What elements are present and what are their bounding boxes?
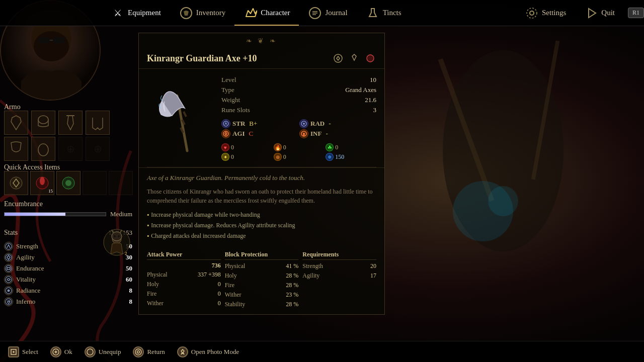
tincts-icon	[366, 6, 380, 20]
nav-character[interactable]: Character	[234, 0, 299, 26]
item-info-icon[interactable]	[348, 52, 360, 64]
armor-slot-3[interactable]	[58, 111, 83, 135]
svg-point-25	[40, 177, 45, 185]
armor-slot-7[interactable]: ⊕	[58, 137, 83, 161]
rad-grade: -	[329, 120, 331, 128]
frost-value: 150	[335, 153, 344, 161]
frost-icon: ❄	[326, 153, 334, 161]
inventory-icon	[179, 6, 193, 20]
stat-radiance: Radiance 8	[4, 285, 132, 296]
stats-label: Stats	[4, 229, 18, 237]
item-mark-icon[interactable]	[364, 52, 376, 64]
ap-wither-value: 0	[218, 300, 221, 307]
vitality-value: 60	[126, 276, 132, 284]
nav-inventory[interactable]: Inventory	[170, 0, 234, 26]
nav-right: Settings Quit R1	[516, 6, 644, 20]
nav-settings[interactable]: Settings	[516, 6, 575, 20]
perk-text-2: Increase physical damage. Reduces Agilit…	[151, 221, 295, 230]
item-panel: Kinrangr Guardian Axe +10	[138, 33, 385, 315]
attack-power-header: Attack Power	[147, 251, 221, 260]
item-stats-area: Level 10 Type Grand Axes Weight 21.6 Run…	[217, 75, 376, 161]
item-perk-2: ▪ Increase physical damage. Reduces Agil…	[147, 221, 376, 230]
quick-slot-4[interactable]	[83, 171, 107, 195]
perk-bullet-1: ▪	[147, 210, 149, 219]
encumbrance-section: Encumbrance Medium	[4, 200, 132, 218]
ap-holy-value: 0	[218, 281, 221, 288]
nav-equipment[interactable]: ⚔ Equipment	[0, 0, 170, 26]
unequip-button[interactable]: Unequip	[85, 346, 121, 357]
req-strength-value: 20	[370, 262, 376, 270]
ok-button[interactable]: Ok	[50, 346, 72, 357]
bp-stability-label: Stability	[225, 301, 246, 308]
scaling-inf: INF -	[299, 129, 376, 138]
return-label: Return	[147, 348, 165, 356]
armor-slot-8[interactable]: ⊕	[86, 137, 110, 161]
return-button[interactable]: Return	[133, 346, 165, 357]
item-lore-text: Those citizens of Kinrangr who had sworn…	[147, 187, 376, 205]
inf-label: INF	[310, 130, 321, 138]
r1-indicator: R1	[628, 8, 644, 18]
scaling-str: STR B+	[221, 119, 298, 128]
radiance-value: 8	[129, 287, 133, 295]
select-label: Select	[22, 348, 38, 356]
req-strength: Strength 20	[302, 261, 376, 271]
item-compare-icon[interactable]	[332, 52, 344, 64]
holy-value: 0	[231, 144, 234, 151]
agi-label: AGI	[232, 130, 245, 138]
quick-slot-5[interactable]	[109, 171, 133, 195]
ap-wither: Wither 0	[147, 299, 221, 308]
ap-holy-label: Holy	[147, 281, 159, 288]
requirements-header: Requirements	[302, 251, 376, 260]
armor-slot-6[interactable]	[31, 137, 55, 161]
player-avatar: 2	[103, 229, 131, 256]
req-agility-label: Agility	[302, 272, 319, 280]
agi-grade: C	[249, 130, 254, 138]
ap-physical-label: Physical	[147, 271, 168, 279]
photo-mode-button[interactable]: Open Photo Mode	[177, 346, 239, 357]
nav-inventory-label: Inventory	[196, 9, 225, 17]
svg-text:2: 2	[125, 251, 127, 256]
armor-slot-2[interactable]	[31, 111, 55, 135]
journal-icon	[308, 6, 322, 20]
armor-slot-4[interactable]	[86, 111, 110, 135]
bp-holy-value: 28 %	[286, 272, 298, 280]
svg-point-39	[114, 235, 116, 237]
wither-icon: ⊕	[274, 153, 282, 161]
nav-journal[interactable]: Journal	[299, 0, 356, 26]
svg-point-22	[38, 144, 48, 156]
nav-equipment-label: Equipment	[128, 9, 161, 17]
perk-text-1: Increase physical damage while two-handi…	[151, 210, 260, 219]
item-image-area	[147, 75, 217, 161]
nav-journal-label: Journal	[325, 9, 347, 17]
quick-slot-2[interactable]: 15	[30, 171, 54, 195]
item-type-line: Type Grand Axes	[221, 85, 376, 95]
quick-slot-3[interactable]	[56, 171, 80, 195]
level-value: 10	[370, 76, 376, 84]
equipment-icon: ⚔	[111, 6, 125, 20]
weight-value: 21.6	[365, 96, 376, 104]
svg-rect-31	[7, 267, 10, 269]
bp-wither: Wither 23 %	[225, 290, 299, 300]
requirements-col: Requirements Strength 20 Agility 17	[302, 251, 376, 309]
nav-tincts-label: Tincts	[383, 9, 401, 17]
armor-slot-1[interactable]	[4, 111, 28, 135]
elem-holy: ♥ 0	[221, 143, 272, 151]
nav-tincts[interactable]: Tincts	[357, 0, 411, 26]
select-button[interactable]: Select	[8, 346, 38, 357]
quick-slot-1[interactable]	[4, 171, 28, 195]
rune-slots-label: Rune Slots	[221, 106, 250, 114]
elem-lightning: ✦ 0	[221, 153, 272, 161]
nav-quit[interactable]: Quit	[575, 6, 624, 20]
svg-point-45	[367, 55, 374, 62]
ap-fire-value: 0	[218, 290, 221, 298]
elem-fire: 🔥 0	[274, 143, 325, 151]
bp-stability: Stability 28 %	[225, 300, 299, 309]
svg-point-44	[334, 54, 342, 62]
nav-settings-label: Settings	[542, 9, 566, 17]
armor-slot-5[interactable]	[4, 137, 28, 161]
perk-text-3: Charged attacks deal increased damage	[151, 231, 246, 240]
rune-slots-value: 3	[373, 106, 377, 114]
inferno-value: 8	[129, 298, 133, 306]
scaling-grid: STR B+ RAD - AGI C	[221, 119, 376, 138]
type-label: Type	[221, 86, 234, 94]
